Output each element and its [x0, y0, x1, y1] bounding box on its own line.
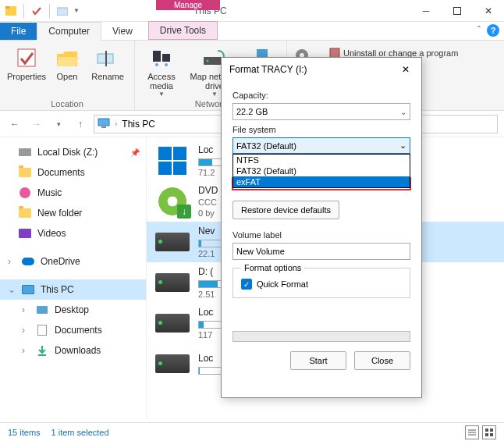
sidebar-item-onedrive[interactable]: ›OneDrive	[0, 251, 146, 272]
sidebar-item-this-pc[interactable]: ⌄This PC	[0, 279, 146, 300]
navigation-pane: Local Disk (Z:)📌 Documents Music New fol…	[0, 137, 147, 419]
volume-label-label: Volume label	[232, 230, 410, 240]
document-icon	[37, 325, 47, 336]
qat-dropdown-icon[interactable]: ▼	[73, 7, 80, 14]
sidebar-item-documents[interactable]: Documents	[0, 162, 146, 183]
start-button[interactable]: Start	[290, 351, 346, 370]
titlebar: ▼ This PC ─ ✕	[0, 0, 504, 22]
tab-drive-tools[interactable]: Drive Tools	[148, 21, 218, 40]
collapse-ribbon-icon[interactable]: ˆ	[477, 25, 481, 36]
volume-label-input[interactable]	[232, 243, 410, 260]
svg-rect-22	[98, 119, 109, 126]
chevron-down-icon: ⌄	[400, 108, 406, 116]
capacity-label: Capacity:	[232, 91, 410, 100]
sidebar-item-music[interactable]: Music	[0, 183, 146, 203]
drive-icon	[155, 273, 190, 292]
format-options-group: Format options ✓ Quick Format	[232, 263, 410, 298]
svg-point-9	[155, 63, 158, 66]
dialog-title: Format TRACY (I:)	[229, 64, 307, 75]
quick-format-checkbox[interactable]: ✓ Quick Format	[241, 279, 402, 290]
maximize-button[interactable]	[442, 0, 473, 22]
svg-rect-2	[57, 8, 68, 16]
capacity-select[interactable]: 22.2 GB ⌄	[232, 103, 410, 120]
music-icon	[20, 187, 30, 198]
details-view-button[interactable]	[465, 425, 479, 439]
quick-access-toolbar: ▼	[0, 4, 84, 18]
properties-button[interactable]: Properties	[6, 44, 47, 98]
windows-logo-icon	[158, 147, 186, 175]
filesystem-dropdown: NTFS FAT32 (Default) exFAT	[232, 154, 410, 188]
restore-defaults-button[interactable]: Restore device defaults	[232, 201, 339, 219]
properties-qat-icon[interactable]	[30, 5, 43, 17]
sidebar-item-documents-pc[interactable]: ›Documents	[0, 320, 146, 340]
drive-icon	[155, 233, 190, 251]
close-button[interactable]: ✕	[473, 0, 504, 22]
address-location: This PC	[122, 119, 155, 130]
chevron-down-icon: ▼	[211, 91, 218, 98]
filesystem-label: File system	[232, 125, 410, 134]
drive-icon	[19, 148, 31, 156]
large-icons-view-button[interactable]	[482, 425, 496, 439]
minimize-button[interactable]: ─	[410, 0, 442, 22]
rename-button[interactable]: Rename	[87, 44, 128, 98]
svg-rect-7	[153, 51, 161, 62]
dialog-titlebar: Format TRACY (I:) ✕	[222, 58, 421, 81]
format-dialog: Format TRACY (I:) ✕ Capacity: 22.2 GB ⌄ …	[221, 57, 422, 398]
sidebar-item-videos[interactable]: Videos	[0, 223, 146, 244]
help-icon[interactable]: ?	[487, 24, 499, 37]
svg-point-10	[165, 63, 168, 66]
ribbon-group-location: Properties Open Rename Location	[0, 41, 135, 110]
status-bar: 15 items 1 item selected	[0, 422, 504, 441]
format-options-legend: Format options	[241, 263, 304, 272]
sidebar-item-local-disk-z[interactable]: Local Disk (Z:)📌	[0, 142, 146, 162]
chevron-right-icon: ›	[22, 345, 30, 356]
properties-icon	[14, 45, 39, 70]
up-button[interactable]: ↑	[72, 116, 89, 133]
svg-rect-1	[5, 6, 9, 9]
svg-rect-3	[454, 7, 461, 14]
access-media-icon	[149, 45, 174, 70]
desktop-icon	[37, 306, 48, 314]
rename-icon	[95, 45, 120, 70]
check-icon: ✓	[241, 279, 252, 290]
access-media-button[interactable]: Access media ▼	[141, 44, 182, 98]
tab-file[interactable]: File	[0, 23, 37, 40]
contextual-header: Manage	[156, 0, 220, 10]
window-title: This PC	[84, 5, 410, 16]
chevron-right-icon: ›	[22, 325, 30, 336]
svg-rect-13	[257, 49, 268, 57]
sidebar-item-desktop[interactable]: ›Desktop	[0, 300, 146, 320]
open-folder-icon	[55, 45, 80, 70]
tab-computer[interactable]: Computer	[37, 22, 101, 41]
sidebar-item-new-folder[interactable]: New folder	[0, 203, 146, 223]
open-button[interactable]: Open	[51, 44, 83, 98]
recent-locations-button[interactable]: ▾	[50, 116, 67, 133]
svg-rect-30	[485, 433, 488, 436]
back-button[interactable]: ←	[6, 116, 23, 133]
dialog-close-button[interactable]: ✕	[398, 62, 413, 77]
fs-option-exfat[interactable]: exFAT	[233, 176, 410, 187]
dvd-icon: ↓	[158, 187, 186, 215]
chevron-right-icon: ›	[8, 256, 16, 267]
new-folder-qat-icon[interactable]	[56, 5, 69, 17]
chevron-right-icon: ›	[115, 119, 117, 128]
filesystem-select[interactable]: FAT32 (Default) ⌄	[232, 137, 410, 154]
chevron-down-icon: ⌄	[8, 284, 16, 295]
chevron-down-icon: ▼	[158, 91, 165, 98]
svg-rect-4	[18, 49, 35, 66]
tab-view[interactable]: View	[101, 23, 144, 40]
chevron-down-icon: ⌄	[399, 140, 406, 151]
forward-button[interactable]: →	[28, 116, 45, 133]
item-count: 15 items	[8, 428, 41, 437]
fs-option-fat32[interactable]: FAT32 (Default)	[233, 165, 410, 176]
selection-count: 1 item selected	[51, 428, 109, 437]
svg-rect-29	[490, 429, 493, 432]
sidebar-item-downloads[interactable]: ›Downloads	[0, 340, 146, 361]
pin-icon: 📌	[130, 148, 140, 157]
fs-option-ntfs[interactable]: NTFS	[233, 155, 410, 165]
close-dialog-button[interactable]: Close	[354, 351, 410, 370]
video-icon	[19, 229, 31, 238]
svg-rect-6	[105, 51, 107, 66]
explorer-icon	[5, 5, 17, 17]
folder-icon	[19, 168, 31, 177]
